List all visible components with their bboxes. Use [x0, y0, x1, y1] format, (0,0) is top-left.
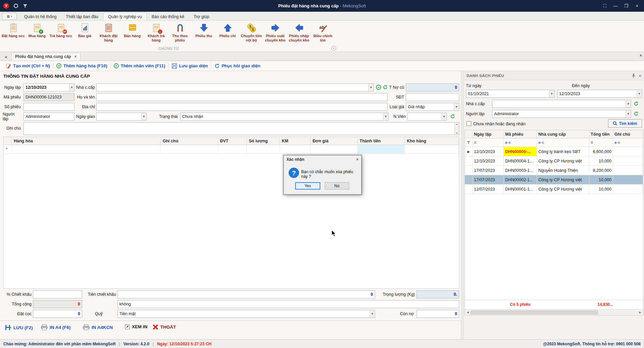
- list-nguoi-lap-combo[interactable]: Administrator▼: [492, 110, 631, 118]
- close-all-tabs-button[interactable]: ×: [2, 54, 10, 61]
- trang-thai-combo[interactable]: Chưa nhận▼: [180, 113, 388, 121]
- scroll-right-icon[interactable]: ▶: [637, 309, 643, 315]
- tab-thiet-lap-ban-dau[interactable]: Thiết lập ban đầu: [61, 13, 103, 20]
- scroll-thumb[interactable]: [471, 310, 598, 315]
- ribbon-item-chuyen-tien-noi-bo[interactable]: $$ Chuyển tiền nội bộ: [239, 22, 263, 46]
- dat-coc-field[interactable]: 0: [33, 310, 82, 318]
- tu-ngay-combo[interactable]: 01/10/2021▼: [466, 90, 554, 98]
- dialog-message: Bạn có chắc muốn xóa phiếu này ?: [301, 169, 359, 179]
- close-button[interactable]: ×: [633, 2, 641, 10]
- no-button[interactable]: No: [325, 182, 349, 190]
- quick-access-filter-icon[interactable]: [23, 4, 28, 8]
- ghi-chu-thanh-toan-field[interactable]: không: [117, 300, 459, 308]
- items-grid-header: Hàng hóa Ghi chú ĐVT Số lượng KM Đơn giá…: [4, 137, 459, 145]
- fullscreen-button[interactable]: ⛶: [600, 2, 609, 10]
- ho-va-ten-label: Họ và tên: [75, 93, 95, 101]
- document-tab-active[interactable]: Phiếu đặt hàng nhà cung cấp ×: [11, 53, 80, 61]
- ribbon-item-khach-tra-hang[interactable]: ↓ Khách trả hàng: [144, 22, 168, 46]
- ribbon-item-thu-theo-phieu[interactable]: Thu theo phiếu: [168, 22, 192, 46]
- list-row-selected[interactable]: 17/07/2023 DHN00002-1... Công ty CP Hươn…: [465, 175, 643, 185]
- refresh-employee-icon[interactable]: [450, 114, 455, 119]
- list-row[interactable]: 12/10/2023 DHN00004-1... Công ty CP Hươn…: [465, 156, 643, 166]
- refresh-list-supplier-icon[interactable]: [634, 101, 639, 106]
- ghi-chu-memo[interactable]: ▲▼: [23, 122, 459, 135]
- panel-splitter[interactable]: [461, 71, 464, 339]
- print-a4kcn-button[interactable]: IN A4KCN: [83, 324, 113, 330]
- ngay-giao-combo[interactable]: ▼: [96, 113, 147, 121]
- list-nha-ccap-combo[interactable]: ▼: [492, 100, 631, 108]
- ribbon-item-ban-hang[interactable]: Bán hàng: [120, 22, 144, 46]
- ribbon-item-phieu-xuat-chuyen-kho[interactable]: Phiếu xuất chuyển kho: [263, 22, 287, 46]
- tab-quan-tri-he-thong[interactable]: Quản trị hệ thống: [19, 13, 61, 20]
- ribbon-item-tra-hang-ncc[interactable]: ↩ Trả hàng ncc: [49, 22, 73, 46]
- ribbon-menu-button[interactable]: ▦ ▾: [2, 13, 17, 20]
- save-button[interactable]: LƯU (F2): [5, 324, 33, 331]
- sdt-field[interactable]: [406, 93, 459, 101]
- exit-button[interactable]: THOÁT: [153, 324, 176, 330]
- quy-label: Quỹ: [94, 310, 103, 318]
- mouse-cursor: [331, 230, 338, 237]
- list-horizontal-scrollbar[interactable]: ◀ ▶: [465, 309, 643, 315]
- tab-tro-giup[interactable]: Trợ giúp: [189, 13, 214, 20]
- list-row[interactable]: ▶ 12/10/2023 DHN00005-... Công ty bánh k…: [465, 147, 643, 156]
- items-grid-new-row[interactable]: *: [4, 145, 459, 154]
- ho-va-ten-field[interactable]: [96, 93, 387, 101]
- add-supplier-icon[interactable]: +: [376, 85, 381, 90]
- ribbon-item-phieu-thu[interactable]: Phiếu thu: [192, 22, 216, 46]
- chevron-down-icon: ▼: [626, 100, 631, 108]
- list-row[interactable]: 12/07/2023 DHN00001-1... Công ty CP Hươn…: [465, 185, 643, 194]
- tab-bao-cao-thong-ke[interactable]: Báo cáo thống kê: [147, 13, 189, 20]
- coins-icon: $$: [247, 22, 257, 33]
- yes-button[interactable]: Yes: [295, 182, 320, 190]
- quy-combo[interactable]: Tiền mặt▼: [117, 310, 375, 318]
- t-no-cu-field: 0: [406, 83, 459, 91]
- add-employee-button[interactable]: + Thêm nhân viên (F11): [111, 63, 168, 68]
- nguoi-lap-field[interactable]: Administrator: [23, 113, 74, 121]
- memo-scrollbar[interactable]: ▲▼: [454, 123, 459, 135]
- loai-gia-combo[interactable]: Giá nhập▼: [406, 103, 459, 111]
- create-new-button[interactable]: Tạo mới (Ctrl + N): [3, 63, 53, 69]
- ribbon-item-phieu-nhap-chuyen-kho[interactable]: Phiếu nhập chuyển kho: [287, 22, 311, 46]
- tab-close-icon[interactable]: ×: [74, 54, 77, 59]
- ribbon-item-dat-hang-ncc[interactable]: Đặt hàng ncc: [1, 22, 25, 46]
- restore-layout-button[interactable]: Phục hồi giao diện: [211, 63, 264, 69]
- close-panel-icon[interactable]: ×: [639, 74, 641, 78]
- ribbon-group-options-button[interactable]: ▾: [331, 46, 336, 51]
- add-item-button[interactable]: + Thêm hàng hóa (F10): [53, 63, 110, 68]
- n-vien-combo[interactable]: ▼: [408, 113, 447, 121]
- tong-cong-field: 0: [33, 300, 82, 308]
- tien-chiet-khau-field[interactable]: 0: [117, 290, 375, 298]
- dia-chi-field[interactable]: [96, 103, 387, 111]
- preview-checkbox[interactable]: ✓ XEM IN: [125, 324, 148, 329]
- scroll-left-icon[interactable]: ◀: [465, 309, 471, 315]
- ngay-lap-combo[interactable]: 12/10/2023▼: [23, 83, 74, 91]
- arrow-up-icon: [223, 22, 233, 33]
- chevron-down-icon: ▼: [368, 84, 373, 91]
- dialog-close-icon[interactable]: ×: [356, 157, 359, 162]
- chevron-down-icon: ▼: [370, 310, 375, 318]
- refresh-list-user-icon[interactable]: [634, 111, 639, 116]
- ribbon-item-khach-dat-hang[interactable]: Khách đặt hàng: [97, 22, 120, 46]
- chiet-khau-pct-field[interactable]: [33, 290, 82, 298]
- ribbon-item-bao-gia[interactable]: Báo giá: [73, 22, 97, 46]
- print-a4-button[interactable]: IN A4 (F6): [41, 324, 71, 330]
- nha-ccap-combo[interactable]: ▼: [96, 83, 374, 91]
- den-ngay-combo[interactable]: 12/10/2023▼: [557, 90, 642, 98]
- tab-bar-close-button[interactable]: ×: [640, 53, 642, 58]
- ribbon-group-label: CHỨNG TỪ: [0, 46, 337, 51]
- den-ngay-label: Đến ngày: [572, 82, 605, 90]
- save-layout-button[interactable]: Lưu giao diện: [169, 63, 211, 69]
- pin-icon[interactable]: [632, 73, 636, 78]
- maximize-button[interactable]: ❐: [622, 2, 631, 10]
- ribbon-item-phieu-chi[interactable]: Phiếu chi: [216, 22, 239, 46]
- minimize-button[interactable]: —: [611, 2, 620, 10]
- status-filter-checkbox[interactable]: [467, 121, 471, 126]
- tab-quan-ly-nghiep-vu[interactable]: Quản lý nghiệp vụ: [103, 12, 147, 20]
- list-grid-filter-row[interactable]: = a▪c a▪c = a▪c: [465, 138, 643, 147]
- list-row[interactable]: 17/07/2023 DHN00003-1... Nguyễn Hoàng Th…: [465, 166, 643, 175]
- dialog-title-bar[interactable]: Xác nhận ×: [284, 155, 361, 163]
- search-button[interactable]: Tìm kiếm: [608, 119, 642, 128]
- so-phieu-field[interactable]: [23, 103, 74, 111]
- ribbon-item-mua-hang[interactable]: + Mua hàng: [25, 22, 49, 46]
- ribbon-item-dieu-chinh-ton[interactable]: ab Điều chỉnh tồn: [311, 22, 335, 46]
